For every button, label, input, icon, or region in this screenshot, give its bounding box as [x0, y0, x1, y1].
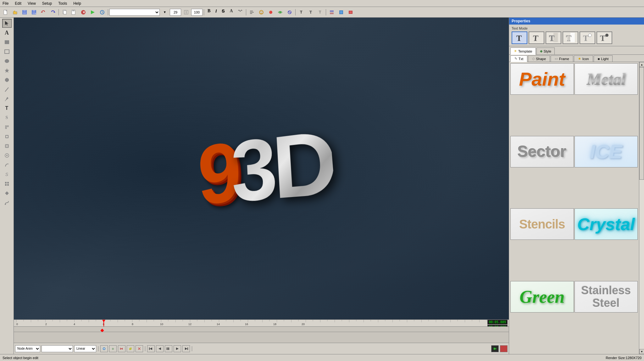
select-tool[interactable] — [2, 19, 12, 28]
transform-tool[interactable] — [2, 123, 12, 132]
save-button[interactable] — [20, 8, 29, 16]
light-subtab[interactable]: ■ Light — [594, 55, 613, 62]
record-button[interactable] — [491, 345, 499, 352]
undo-button[interactable] — [39, 8, 48, 16]
delete-button[interactable]: ✕ — [79, 8, 88, 16]
style-ice[interactable]: ICE — [575, 136, 638, 167]
text-3d-button[interactable]: T — [297, 8, 306, 16]
font-size-button2[interactable] — [182, 8, 191, 16]
menu-help[interactable]: Help — [72, 1, 82, 6]
style-metal[interactable]: Metal — [575, 63, 638, 95]
star-tool[interactable] — [2, 66, 12, 75]
tool-d[interactable]: S — [2, 170, 12, 179]
style-green[interactable]: Green — [510, 281, 574, 313]
wavy-button[interactable] — [236, 8, 245, 16]
scroll-down-button[interactable]: ▼ — [639, 349, 644, 354]
text-mode-btn-2[interactable]: T — [529, 31, 544, 44]
style-stencils[interactable]: Stencils — [510, 208, 574, 240]
bezier-tool[interactable] — [2, 161, 12, 169]
ellipse-tool[interactable] — [2, 57, 12, 65]
tool-c[interactable] — [2, 151, 12, 160]
txt-subtab[interactable]: ✎ Txt — [510, 55, 527, 62]
stroke-tool[interactable]: S — [2, 113, 12, 122]
font-dropdown[interactable] — [109, 9, 160, 16]
menu-tools[interactable]: Tools — [57, 1, 68, 6]
style-paint[interactable]: Paint — [510, 63, 574, 95]
step-forward-button[interactable] — [174, 345, 181, 352]
canvas-viewport[interactable]: 9 3D — [14, 18, 509, 319]
frame-subtab[interactable]: ▭ Frame — [551, 55, 573, 62]
go-end-button[interactable] — [182, 345, 190, 352]
paste-button[interactable] — [69, 8, 78, 16]
scroll-thumb[interactable] — [639, 67, 644, 180]
template-tab[interactable]: ☀ Template — [510, 48, 536, 55]
font-size-field[interactable]: 29 — [170, 9, 181, 16]
polygon-tool[interactable] — [2, 76, 12, 84]
align-left-button[interactable] — [247, 8, 256, 16]
style-tab[interactable]: ◆ Style — [536, 48, 555, 54]
italic-button[interactable]: I — [213, 8, 219, 16]
render-button[interactable] — [88, 8, 97, 16]
text-mode-btn-3[interactable]: T T — [546, 31, 561, 44]
animation-mode-dropdown[interactable]: Node Anim — [15, 345, 40, 352]
open-button[interactable] — [11, 8, 19, 16]
color-button[interactable] — [266, 8, 275, 16]
menu-setup[interactable]: Setup — [41, 1, 53, 6]
tool-a[interactable] — [2, 132, 12, 141]
menu-edit[interactable]: Edit — [14, 1, 23, 6]
tool-e[interactable] — [2, 179, 12, 188]
menu-file[interactable]: File — [1, 1, 10, 6]
track-content[interactable] — [14, 327, 509, 343]
style-stainless[interactable]: Stainless Steel — [575, 281, 638, 313]
text-tool[interactable]: A — [2, 28, 12, 37]
interpolation-dropdown[interactable]: Linear — [74, 345, 96, 352]
style-sector[interactable]: Sector — [510, 136, 574, 167]
scroll-track[interactable] — [639, 67, 644, 349]
rect-tool[interactable] — [2, 47, 12, 56]
text-mode-btn-4[interactable]: T T — [563, 31, 578, 44]
saveas-button[interactable]: + — [30, 8, 38, 16]
step-back-button[interactable] — [156, 345, 164, 352]
strikethrough-button[interactable]: S — [219, 8, 227, 16]
size2-field[interactable]: 100 — [191, 9, 203, 16]
text-mode-btn-1[interactable]: T — [512, 31, 527, 44]
copy-button[interactable] — [60, 8, 69, 16]
shape-subtab[interactable]: ◇ Shape — [528, 55, 550, 62]
type-tool[interactable]: T — [2, 104, 12, 113]
pencil-tool[interactable] — [2, 85, 12, 94]
tool-f[interactable] — [2, 189, 12, 198]
icon-subtab[interactable]: ★ Icon — [574, 55, 593, 62]
add-keyframe-button[interactable]: + — [109, 345, 117, 352]
text-style-button[interactable]: A — [228, 8, 235, 16]
bold-button[interactable]: B — [205, 8, 213, 16]
playhead[interactable] — [103, 320, 104, 326]
tool-g[interactable] — [2, 198, 12, 207]
redo-button[interactable] — [48, 8, 57, 16]
font-size-decrease[interactable]: ▼ — [160, 8, 169, 16]
text-mode-btn-6[interactable]: T — [597, 31, 612, 44]
menu-view[interactable]: View — [26, 1, 37, 6]
render2-button[interactable] — [98, 8, 107, 16]
pen-tool[interactable] — [2, 94, 12, 103]
prev-keyframe-button[interactable] — [118, 345, 125, 352]
keyframe-mode-button[interactable] — [100, 345, 108, 352]
tool-b[interactable] — [2, 142, 12, 150]
text-shadow-button[interactable]: T — [316, 8, 325, 16]
layer2-button[interactable] — [337, 8, 346, 16]
style-crystal[interactable]: Crystal — [575, 208, 638, 240]
grid-button[interactable] — [285, 8, 294, 16]
delete-keyframe-button[interactable]: ✕ — [136, 345, 143, 352]
layer-button[interactable] — [327, 8, 336, 16]
text-outline-button[interactable]: T — [306, 8, 315, 16]
scroll-up-button[interactable]: ▲ — [639, 62, 644, 67]
render-full-button[interactable] — [500, 345, 508, 352]
text-mode-btn-5[interactable]: T — [580, 31, 595, 44]
ruler-content[interactable]: 0 2 4 6 8 10 12 14 16 18 20 — [16, 320, 508, 326]
rect-fill-tool[interactable] — [2, 38, 12, 47]
play-button[interactable] — [165, 345, 172, 352]
new-button[interactable] — [1, 8, 10, 16]
eye-button[interactable] — [276, 8, 285, 16]
duplicate-keyframe-button[interactable] — [127, 345, 134, 352]
track-name-dropdown[interactable] — [42, 345, 73, 352]
export-button[interactable] — [346, 8, 355, 16]
